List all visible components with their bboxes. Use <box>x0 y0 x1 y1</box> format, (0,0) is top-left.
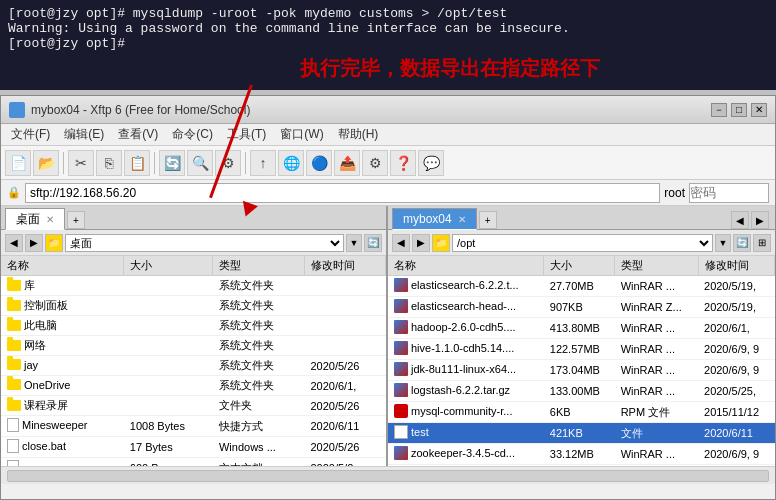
right-col-name[interactable]: 名称 <box>388 256 544 276</box>
right-file-list: 名称 大小 类型 修改时间 elasticsearch-6.2.2.t... 2… <box>388 256 775 466</box>
right-file-row[interactable]: zookeeper-3.4.5-cd... 33.12MB WinRAR ...… <box>388 444 775 465</box>
close-button[interactable]: ✕ <box>751 103 767 117</box>
left-file-row[interactable]: 库 系统文件夹 <box>1 276 386 296</box>
password-input[interactable] <box>689 183 769 203</box>
left-col-type[interactable]: 类型 <box>213 256 305 276</box>
menu-edit[interactable]: 编辑(E) <box>58 124 110 145</box>
left-refresh-btn[interactable]: 🔄 <box>364 234 382 252</box>
toolbar-cut-btn[interactable]: ✂ <box>68 150 94 176</box>
left-col-name[interactable]: 名称 <box>1 256 124 276</box>
menu-command[interactable]: 命令(C) <box>166 124 219 145</box>
right-col-date[interactable]: 修改时间 <box>698 256 774 276</box>
right-col-size[interactable]: 大小 <box>544 256 615 276</box>
minimize-button[interactable]: － <box>711 103 727 117</box>
left-back-btn[interactable]: ◀ <box>5 234 23 252</box>
toolbar-sep-3 <box>245 152 246 174</box>
address-input[interactable] <box>25 183 660 203</box>
right-file-row[interactable]: jdk-8u111-linux-x64... 173.04MB WinRAR .… <box>388 360 775 381</box>
window-title: mybox04 - Xftp 6 (Free for Home/School) <box>31 103 250 117</box>
right-file-row[interactable]: hadoop-2.6.0-cdh5.... 413.80MB WinRAR ..… <box>388 318 775 339</box>
right-tab-strip: mybox04 ✕ + ◀ ▶ <box>388 206 775 230</box>
right-file-row[interactable]: hive-1.1.0-cdh5.14.... 122.57MB WinRAR .… <box>388 339 775 360</box>
xftp-window: mybox04 - Xftp 6 (Free for Home/School) … <box>0 95 776 500</box>
left-file-row[interactable]: 网络 系统文件夹 <box>1 336 386 356</box>
toolbar-btn-9[interactable]: 📤 <box>334 150 360 176</box>
root-label: root <box>664 186 685 200</box>
left-file-row[interactable]: 课程录屏 文件夹 2020/5/26 <box>1 396 386 416</box>
left-tab-strip: 桌面 ✕ + <box>1 206 386 230</box>
left-col-date[interactable]: 修改时间 <box>304 256 385 276</box>
left-file-row[interactable]: 此电脑 系统文件夹 <box>1 316 386 336</box>
right-panel-toolbar: ◀ ▶ 📁 /opt ▼ 🔄 ⊞ <box>388 230 775 256</box>
horizontal-scrollbar[interactable] <box>7 470 769 482</box>
toolbar-btn-3[interactable]: 🔄 <box>159 150 185 176</box>
right-file-row[interactable]: elasticsearch-6.2.2.t... 27.70MB WinRAR … <box>388 276 775 297</box>
left-file-row[interactable]: ... 600 B... 文本文档... 2020/5/2 <box>1 458 386 467</box>
right-file-row[interactable]: mysql-community-r... 6KB RPM 文件 2015/11/… <box>388 402 775 423</box>
right-tab-label: mybox04 <box>403 212 452 226</box>
toolbar-sep-1 <box>63 152 64 174</box>
left-folder-icon: 📁 <box>45 234 63 252</box>
title-buttons: － □ ✕ <box>711 103 767 117</box>
toolbar-open-btn[interactable]: 📂 <box>33 150 59 176</box>
menu-view[interactable]: 查看(V) <box>112 124 164 145</box>
right-tab-active[interactable]: mybox04 ✕ <box>392 208 477 230</box>
toolbar: 📄 📂 ✂ ⎘ 📋 🔄 🔍 ⚙ ↑ 🌐 🔵 📤 ⚙ ❓ 💬 <box>1 146 775 180</box>
right-back-btn[interactable]: ◀ <box>392 234 410 252</box>
right-btn-1[interactable]: ◀ <box>731 211 749 229</box>
left-tab-close[interactable]: ✕ <box>46 214 54 225</box>
right-forward-btn[interactable]: ▶ <box>412 234 430 252</box>
right-nav-buttons: ◀ ▶ <box>731 211 771 229</box>
annotation-text: 执行完毕，数据导出在指定路径下 <box>300 55 600 82</box>
menu-file[interactable]: 文件(F) <box>5 124 56 145</box>
right-file-row[interactable]: elasticsearch-head-... 907KB WinRAR Z...… <box>388 297 775 318</box>
left-panel-toolbar: ◀ ▶ 📁 桌面 ▼ 🔄 <box>1 230 386 256</box>
terminal-line-3: [root@jzy opt]# <box>8 36 768 51</box>
left-file-list: 名称 大小 类型 修改时间 库 系统文件夹 <box>1 256 386 466</box>
toolbar-btn-11[interactable]: ❓ <box>390 150 416 176</box>
bottom-scroll <box>1 466 775 484</box>
address-bar: 🔒 root <box>1 180 775 206</box>
terminal-line-2: Warning: Using a password on the command… <box>8 21 768 36</box>
toolbar-btn-7[interactable]: 🌐 <box>278 150 304 176</box>
right-file-row[interactable]: test 421KB 文件 2020/6/11 <box>388 423 775 444</box>
menu-bar: 文件(F) 编辑(E) 查看(V) 命令(C) 工具(T) 窗口(W) 帮助(H… <box>1 124 775 146</box>
toolbar-btn-8[interactable]: 🔵 <box>306 150 332 176</box>
menu-window[interactable]: 窗口(W) <box>274 124 329 145</box>
right-path-dropdown[interactable]: ▼ <box>715 234 731 252</box>
maximize-button[interactable]: □ <box>731 103 747 117</box>
left-forward-btn[interactable]: ▶ <box>25 234 43 252</box>
toolbar-btn-4[interactable]: 🔍 <box>187 150 213 176</box>
menu-help[interactable]: 帮助(H) <box>332 124 385 145</box>
toolbar-paste-btn[interactable]: 📋 <box>124 150 150 176</box>
left-path-dropdown[interactable]: ▼ <box>346 234 362 252</box>
terminal-line-1: [root@jzy opt]# mysqldump -uroot -pok my… <box>8 6 768 21</box>
app-icon <box>9 102 25 118</box>
right-extra-btn[interactable]: ⊞ <box>753 234 771 252</box>
right-btn-2[interactable]: ▶ <box>751 211 769 229</box>
toolbar-copy-btn[interactable]: ⎘ <box>96 150 122 176</box>
right-col-type[interactable]: 类型 <box>615 256 698 276</box>
toolbar-btn-10[interactable]: ⚙ <box>362 150 388 176</box>
left-file-row[interactable]: 控制面板 系统文件夹 <box>1 296 386 316</box>
right-tab-close[interactable]: ✕ <box>458 214 466 225</box>
right-file-row[interactable]: logstash-6.2.2.tar.gz 133.00MB WinRAR ..… <box>388 381 775 402</box>
left-file-row[interactable]: Minesweeper 1008 Bytes 快捷方式 2020/6/11 <box>1 416 386 437</box>
title-left: mybox04 - Xftp 6 (Free for Home/School) <box>9 102 250 118</box>
toolbar-new-btn[interactable]: 📄 <box>5 150 31 176</box>
right-refresh-btn[interactable]: 🔄 <box>733 234 751 252</box>
right-tab-add[interactable]: + <box>479 211 497 229</box>
left-col-size[interactable]: 大小 <box>124 256 213 276</box>
left-tab-desktop[interactable]: 桌面 ✕ <box>5 208 65 230</box>
left-file-row[interactable]: jay 系统文件夹 2020/5/26 <box>1 356 386 376</box>
right-panel: mybox04 ✕ + ◀ ▶ ◀ ▶ 📁 /opt ▼ 🔄 ⊞ <box>388 206 775 466</box>
right-path-select[interactable]: /opt <box>452 234 713 252</box>
toolbar-btn-12[interactable]: 💬 <box>418 150 444 176</box>
panels-area: 桌面 ✕ + ◀ ▶ 📁 桌面 ▼ 🔄 <box>1 206 775 466</box>
left-tab-add[interactable]: + <box>67 211 85 229</box>
left-file-row[interactable]: OneDrive 系统文件夹 2020/6/1, <box>1 376 386 396</box>
left-panel: 桌面 ✕ + ◀ ▶ 📁 桌面 ▼ 🔄 <box>1 206 388 466</box>
left-path-select[interactable]: 桌面 <box>65 234 344 252</box>
left-file-row[interactable]: close.bat 17 Bytes Windows ... 2020/5/26 <box>1 437 386 458</box>
toolbar-btn-6[interactable]: ↑ <box>250 150 276 176</box>
